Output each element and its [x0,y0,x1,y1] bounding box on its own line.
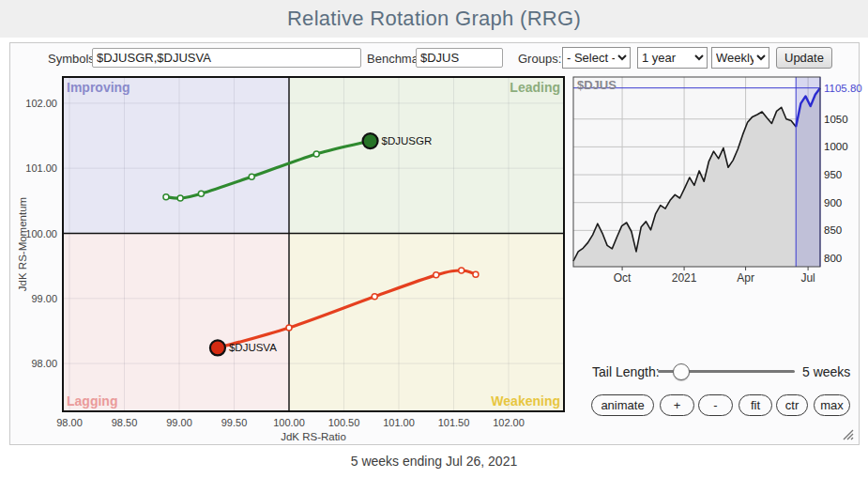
svg-text:1000: 1000 [824,141,848,152]
rrg-y-axis-title: JdK RS-Momentum [17,197,28,291]
svg-text:Apr: Apr [737,271,754,285]
latest-value-label: 1105.80 [824,83,862,94]
rrg-and-benchmark-charts[interactable]: $DJUSGR$DJUSVAImprovingLeadingLaggingWea… [10,43,859,444]
series-head-dot [210,340,225,355]
zoom-out-button[interactable]: - [698,394,733,416]
series-label: $DJUSGR [382,135,433,146]
svg-text:Jul: Jul [800,271,815,285]
svg-text:2021: 2021 [672,271,697,285]
rrg-quadrants [63,77,564,411]
svg-text:102.00: 102.00 [25,98,57,109]
benchmark-price-chart[interactable]: $DJUS1105.8010501000950900850800Oct2021A… [573,77,862,285]
resize-handle-icon[interactable] [841,427,854,440]
svg-text:101.00: 101.00 [25,162,57,174]
quadrant-label-weakening: Weakening [491,393,560,409]
svg-text:98.00: 98.00 [56,417,83,428]
svg-text:100.50: 100.50 [328,417,360,428]
svg-text:Oct: Oct [614,271,632,285]
zoom-in-button[interactable]: + [660,394,694,416]
slider-handle[interactable] [673,363,690,380]
benchmark-symbol-label: $DJUS [577,78,617,92]
quadrant-label-leading: Leading [510,80,560,95]
rrg-x-axis-title: JdK RS-Ratio [281,431,346,442]
quadrant-label-lagging: Lagging [67,393,117,409]
svg-text:98.50: 98.50 [112,417,138,428]
svg-text:800: 800 [824,253,842,264]
svg-text:99.50: 99.50 [221,417,248,428]
svg-text:900: 900 [824,197,842,208]
quadrant-label-improving: Improving [67,80,130,95]
series-label: $DJUSVA [229,342,277,353]
page-title: Relative Rotation Graph (RRG) [0,0,868,38]
svg-text:99.00: 99.00 [166,417,192,428]
svg-text:101.00: 101.00 [383,417,415,428]
rrg-panel: Symbols: Benchmark: Groups: - Select - 1… [9,42,860,445]
svg-text:98.00: 98.00 [31,358,57,369]
svg-text:100.00: 100.00 [273,417,305,428]
animate-button[interactable]: animate [591,394,654,416]
svg-text:101.50: 101.50 [438,417,470,428]
fit-button[interactable]: fit [739,394,772,416]
svg-text:102.00: 102.00 [493,417,525,428]
series-head-dot [363,133,378,148]
svg-text:99.00: 99.00 [31,293,57,304]
tail-length-value: 5 weeks [802,364,850,379]
max-button[interactable]: max [814,394,850,416]
svg-text:850: 850 [824,224,842,236]
period-caption: 5 weeks ending Jul 26, 2021 [0,454,868,469]
app-header: Relative Rotation Graph (RRG) [0,0,868,38]
center-button[interactable]: ctr [776,394,808,416]
svg-text:1050: 1050 [824,114,848,125]
tail-length-label: Tail Length: [592,364,660,379]
tail-length-slider[interactable] [658,362,795,381]
svg-text:100.00: 100.00 [25,228,57,239]
svg-text:950: 950 [824,169,842,180]
